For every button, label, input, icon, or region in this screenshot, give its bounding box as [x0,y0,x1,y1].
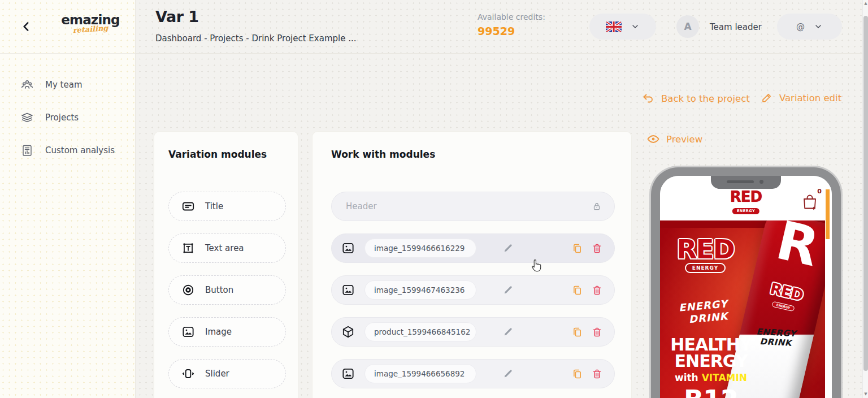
banner-subline-white: with [675,372,698,383]
banner-brand-name: RED [669,237,741,261]
trash-icon[interactable] [591,326,603,338]
banner-subline: with VITAMIN [661,372,761,383]
credits-label: Available credits: [478,12,545,21]
copy-icon[interactable] [571,284,583,296]
banner-headline: HEALTHY ENERGY [661,337,761,369]
avatar-initial: A [684,21,691,32]
module-row-name: image_1599466616229 [364,239,476,258]
module-row-header[interactable]: Header [331,192,615,221]
phone-camera [760,180,763,184]
module-row-image[interactable]: image_1599466616229 [331,233,615,263]
module-label: Slider [205,369,229,379]
cart-bag-icon[interactable]: 0 [801,193,821,213]
sidebar-item-label: Custom analysis [45,145,115,155]
topbar: Var 1 Dashboard - Projects - Drink Proje… [136,0,862,54]
copy-icon[interactable] [571,326,583,338]
variation-modules-panel: Variation modules Title Text area Button [154,131,298,398]
module-label: Title [205,201,223,211]
variation-modules-title: Variation modules [168,149,267,160]
module-label: Text area [205,243,244,253]
scroll-down-arrow[interactable]: ▼ [863,392,868,396]
undo-arrow-icon [641,92,655,105]
trash-icon[interactable] [591,368,603,380]
lock-icon [592,201,602,212]
banner-headline-line2: ENERGY [661,353,761,370]
back-to-project-label: Back to the project [661,93,750,104]
banner-brand-sub: ENERGY [685,263,726,273]
module-row-name: image_1599466656892 [364,364,476,383]
sidebar-nav: My team Projects Custom analysis [0,54,135,167]
chevron-down-icon [631,22,640,31]
phone-scrollbar-thumb[interactable] [826,189,830,239]
chevron-down-icon [814,22,823,31]
edit-pencil-icon[interactable] [502,284,514,296]
credits-block: Available credits: 99529 [478,12,545,37]
module-label: Image [205,327,232,337]
can-letter: R [756,220,825,278]
edit-pencil-icon[interactable] [502,368,514,379]
account-menu[interactable]: @ [777,14,842,40]
eye-icon [646,132,660,146]
copy-icon[interactable] [571,368,583,380]
uk-flag-icon [606,21,622,32]
image-icon [341,366,355,381]
module-row-product[interactable]: product_1599466845162 [331,317,615,347]
button-icon [181,283,196,297]
variation-edit-link[interactable]: Variation edit [761,92,841,104]
breadcrumb[interactable]: Dashboard - Projects - Drink Project Exa… [155,33,357,44]
module-text-area[interactable]: Text area [168,233,286,263]
text-area-icon [181,241,196,256]
users-icon [20,78,34,92]
module-image[interactable]: Image [168,317,286,347]
banner-brand-logo: RED ENERGY [669,237,741,273]
phone-brand-logo: RED ENERGY [730,191,762,214]
slider-icon [181,366,196,381]
phone-notch [711,176,781,189]
sidebar-item-my-team[interactable]: My team [0,68,135,101]
module-row-name: product_1599466845162 [364,322,476,341]
sidebar-item-projects[interactable]: Projects [0,101,135,134]
preview-link[interactable]: Preview [646,132,702,146]
at-symbol: @ [796,21,805,32]
module-row-image[interactable]: image_1599467463236 [331,275,615,305]
analysis-icon [20,144,34,157]
phone-mockup: RED ENERGY 0 R RED ENERGY [651,167,841,398]
sidebar-item-label: Projects [45,113,79,123]
trash-icon[interactable] [591,284,603,296]
brand-logo[interactable]: emazing retailing [61,14,120,33]
banner-b12: B12 [661,384,761,398]
title-icon [181,199,196,214]
cart-count-badge: 0 [817,188,822,195]
module-row-name: Header [346,201,377,211]
phone-brand-name: RED [730,191,762,204]
sidebar-header: emazing retailing [0,0,135,54]
page-title: Var 1 [155,8,199,25]
promo-banner[interactable]: R RED ENERGY ENERGY DRINK RED ENERGY ENE… [660,220,825,398]
product-cube-icon [341,325,355,339]
work-modules-title: Work with modules [331,149,435,160]
copy-icon[interactable] [571,243,583,254]
sidebar-item-custom-analysis[interactable]: Custom analysis [0,134,135,167]
preview-label: Preview [666,134,702,145]
page-scrollbar[interactable]: ▲ ▼ [862,0,868,398]
work-modules-panel: Work with modules Header image_159946661… [312,131,632,398]
module-row-image[interactable]: image_1599466656892 [331,359,615,388]
scroll-up-arrow[interactable]: ▲ [863,1,868,6]
scrollbar-thumb[interactable] [863,16,868,371]
avatar[interactable]: A [676,15,699,38]
language-selector[interactable] [589,14,656,40]
module-button[interactable]: Button [168,275,286,305]
module-slider[interactable]: Slider [168,359,286,388]
layers-icon [20,111,34,124]
back-to-project-link[interactable]: Back to the project [641,92,750,105]
edit-pencil-icon[interactable] [502,243,514,254]
sidebar-collapse-button[interactable] [19,19,34,34]
trash-icon[interactable] [591,243,603,254]
credits-value: 99529 [478,25,545,37]
pencil-outline-icon [761,92,773,104]
banner-tagline: ENERGY DRINK [678,297,729,326]
image-icon [341,241,355,256]
image-icon [341,283,355,297]
module-title[interactable]: Title [168,192,286,221]
edit-pencil-icon[interactable] [502,326,514,338]
